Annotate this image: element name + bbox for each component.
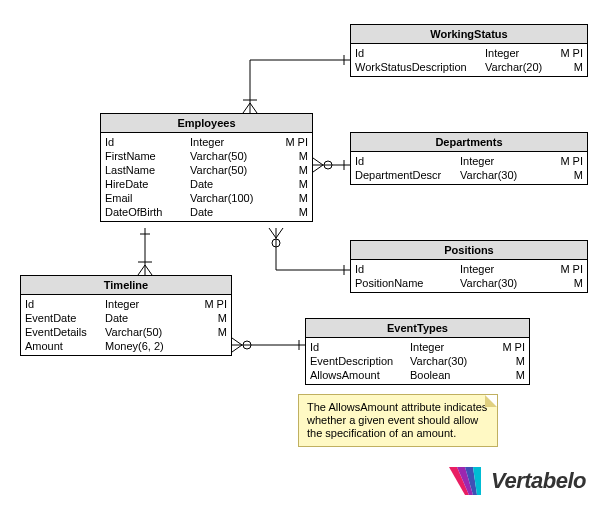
attribute-row: PositionNameVarchar(30)M [351,276,587,290]
entity-departments: Departments IdIntegerM PIDepartmentDescr… [350,132,588,185]
entity-body: IdIntegerM PIFirstNameVarchar(50)MLastNa… [101,133,312,221]
attribute-row: IdIntegerM PI [351,46,587,60]
attribute-row: IdIntegerM PI [306,340,529,354]
entity-title: EventTypes [306,319,529,338]
note-allowsamount: The AllowsAmount attribute indicates whe… [298,394,498,447]
attr-flags: M [574,168,583,182]
entity-body: IdIntegerM PIWorkStatusDescriptionVarcha… [351,44,587,76]
attr-type: Varchar(50) [105,325,185,339]
attr-type: Varchar(100) [190,191,270,205]
svg-point-1 [272,239,280,247]
entity-employees: Employees IdIntegerM PIFirstNameVarchar(… [100,113,313,222]
attr-name: DateOfBirth [105,205,190,219]
entity-body: IdIntegerM PIPositionNameVarchar(30)M [351,260,587,292]
entity-body: IdIntegerM PIDepartmentDescrVarchar(30)M [351,152,587,184]
attr-name: Id [355,262,460,276]
attr-name: DepartmentDescr [355,168,460,182]
note-text: The AllowsAmount attribute indicates whe… [307,401,487,439]
attr-type: Money(6, 2) [105,339,185,353]
attr-name: EventDescription [310,354,410,368]
attr-flags: M PI [285,135,308,149]
attr-flags: M [574,276,583,290]
svg-point-0 [324,161,332,169]
attr-type: Integer [410,340,480,354]
attr-flags: M [218,325,227,339]
entity-positions: Positions IdIntegerM PIPositionNameVarch… [350,240,588,293]
attr-name: Id [355,154,460,168]
attribute-row: WorkStatusDescriptionVarchar(20)M [351,60,587,74]
attr-flags: M [516,368,525,382]
svg-point-2 [243,341,251,349]
attr-flags: M [218,311,227,325]
attribute-row: IdIntegerM PI [101,135,312,149]
attr-flags: M PI [204,297,227,311]
attr-type: Integer [460,262,530,276]
attribute-row: IdIntegerM PI [21,297,231,311]
attr-flags: M [299,177,308,191]
attribute-row: EventDescriptionVarchar(30)M [306,354,529,368]
entity-body: IdIntegerM PIEventDateDateMEventDetailsV… [21,295,231,355]
attribute-row: IdIntegerM PI [351,154,587,168]
attribute-row: FirstNameVarchar(50)M [101,149,312,163]
vertabelo-logo-text: Vertabelo [491,468,586,494]
attr-type: Varchar(50) [190,149,270,163]
attr-name: EventDetails [25,325,105,339]
attr-type: Varchar(30) [460,168,530,182]
attr-type: Varchar(30) [410,354,480,368]
attr-type: Date [105,311,185,325]
attribute-row: AllowsAmountBooleanM [306,368,529,382]
attribute-row: AmountMoney(6, 2) [21,339,231,353]
attr-flags: M PI [560,46,583,60]
attr-type: Integer [485,46,553,60]
attr-type: Integer [190,135,270,149]
entity-title: Departments [351,133,587,152]
attr-flags: M PI [560,262,583,276]
attr-type: Date [190,177,270,191]
note-fold-icon [485,395,497,407]
attr-type: Integer [460,154,530,168]
attr-name: HireDate [105,177,190,191]
attr-name: Id [310,340,410,354]
attribute-row: EventDetailsVarchar(50)M [21,325,231,339]
attr-type: Varchar(50) [190,163,270,177]
attr-name: LastName [105,163,190,177]
attribute-row: LastNameVarchar(50)M [101,163,312,177]
vertabelo-logo-icon [449,463,485,499]
entity-title: Timeline [21,276,231,295]
entity-title: WorkingStatus [351,25,587,44]
attribute-row: IdIntegerM PI [351,262,587,276]
attr-name: Id [25,297,105,311]
attr-name: Id [355,46,485,60]
attr-flags: M [516,354,525,368]
attr-type: Varchar(20) [485,60,553,74]
attr-name: WorkStatusDescription [355,60,485,74]
attr-name: Id [105,135,190,149]
attr-flags: M [299,149,308,163]
entity-body: IdIntegerM PIEventDescriptionVarchar(30)… [306,338,529,384]
attr-name: PositionName [355,276,460,290]
attribute-row: EmailVarchar(100)M [101,191,312,205]
entity-title: Positions [351,241,587,260]
attr-name: AllowsAmount [310,368,410,382]
attr-flags: M [299,205,308,219]
attr-name: FirstName [105,149,190,163]
attr-type: Varchar(30) [460,276,530,290]
vertabelo-logo: Vertabelo [449,463,586,499]
attr-flags: M [299,191,308,205]
attribute-row: EventDateDateM [21,311,231,325]
attribute-row: DepartmentDescrVarchar(30)M [351,168,587,182]
entity-eventtypes: EventTypes IdIntegerM PIEventDescription… [305,318,530,385]
attr-flags: M PI [560,154,583,168]
entity-title: Employees [101,114,312,133]
attr-name: Email [105,191,190,205]
attribute-row: HireDateDateM [101,177,312,191]
attr-type: Integer [105,297,185,311]
attribute-row: DateOfBirthDateM [101,205,312,219]
entity-workingstatus: WorkingStatus IdIntegerM PIWorkStatusDes… [350,24,588,77]
attr-flags: M PI [502,340,525,354]
attr-flags: M [574,60,583,74]
attr-name: Amount [25,339,105,353]
attr-name: EventDate [25,311,105,325]
attr-flags: M [299,163,308,177]
entity-timeline: Timeline IdIntegerM PIEventDateDateMEven… [20,275,232,356]
